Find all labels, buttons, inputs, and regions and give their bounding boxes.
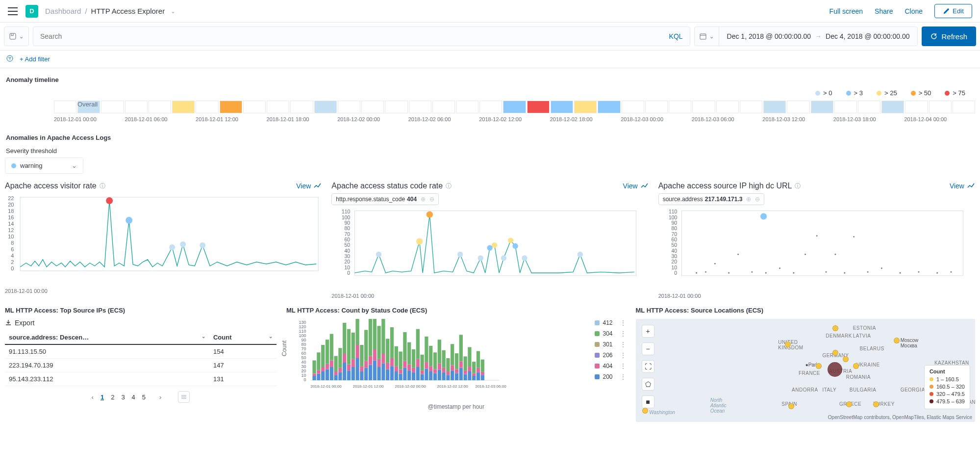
refresh-button[interactable]: Refresh	[922, 26, 976, 46]
timeline-cell[interactable]	[361, 101, 384, 113]
info-icon[interactable]: ⓘ	[795, 182, 801, 190]
map-marker[interactable]	[832, 325, 838, 331]
timeline-cell[interactable]	[172, 101, 195, 113]
timeline-cell[interactable]	[385, 101, 407, 113]
timeline-cell[interactable]	[409, 101, 431, 113]
timeline-cell[interactable]	[101, 101, 124, 113]
status-code-chart[interactable]: 110100908070605040302010 0	[331, 208, 648, 291]
next-page-button[interactable]: ›	[159, 393, 161, 401]
timeline-cell[interactable]	[196, 101, 218, 113]
timeline-cell[interactable]	[716, 101, 739, 113]
timeline-cell[interactable]	[811, 101, 833, 113]
timeline-cell[interactable]	[692, 101, 715, 113]
timeline-cell[interactable]	[220, 101, 242, 113]
zoom-in-icon[interactable]: ⊕	[421, 196, 426, 203]
clone-link[interactable]: Clone	[905, 7, 923, 15]
status-code-filter-chip[interactable]: http.response.status_code 404 ⊕ ⊖	[331, 193, 439, 205]
date-range[interactable]: Dec 1, 2018 @ 00:00:00.00 → Dec 4, 2018 …	[719, 32, 918, 40]
status-code-bar-chart[interactable]: Count 1301201101009080706050403020100 20…	[286, 319, 626, 402]
app-logo[interactable]: D	[25, 5, 38, 18]
kql-toggle[interactable]: KQL	[669, 32, 683, 40]
chevron-down-icon[interactable]: ⌄	[171, 8, 176, 15]
timeline-cell[interactable]	[881, 101, 904, 113]
date-picker[interactable]: ⌄ Dec 1, 2018 @ 00:00:00.00 → Dec 4, 201…	[694, 26, 918, 46]
map[interactable]: + − ⛶ ⬠ ■ UNITEDKINGDOM DENMARK ESTONIA …	[636, 319, 976, 422]
map-marker[interactable]	[816, 363, 822, 369]
table-row[interactable]: 91.113.15.50154	[5, 344, 276, 359]
search-box[interactable]: KQL	[33, 26, 690, 46]
prev-page-button[interactable]: ‹	[92, 393, 94, 401]
col-count[interactable]: Count⌄	[209, 331, 276, 344]
timeline-cell[interactable]	[858, 101, 880, 113]
timeline-cell[interactable]	[527, 101, 550, 113]
page-number[interactable]: 3	[121, 393, 125, 401]
legend-item[interactable]: 301⋮	[595, 341, 626, 348]
map-marker[interactable]	[843, 356, 849, 362]
legend-item[interactable]: 404⋮	[595, 362, 626, 370]
timeline-cell[interactable]	[290, 101, 313, 113]
col-source-address[interactable]: source.address: Descen…⌄	[5, 331, 209, 344]
search-input[interactable]	[40, 32, 669, 40]
share-link[interactable]: Share	[875, 7, 893, 15]
legend-item[interactable]: 206⋮	[595, 351, 626, 359]
full-screen-link[interactable]: Full screen	[829, 7, 863, 15]
view-link[interactable]: View	[296, 182, 322, 190]
breadcrumb-root[interactable]: Dashboard	[45, 7, 81, 15]
view-link[interactable]: View	[623, 182, 649, 190]
timeline-cell[interactable]	[125, 101, 148, 113]
timeline-cell[interactable]	[787, 101, 809, 113]
timeline-cell[interactable]	[54, 101, 76, 113]
map-marker[interactable]	[642, 408, 648, 414]
date-options-button[interactable]: ⌄	[695, 27, 719, 46]
view-link[interactable]: View	[950, 182, 975, 190]
add-filter-link[interactable]: + Add filter	[20, 55, 50, 63]
timeline-cell[interactable]	[834, 101, 857, 113]
visitor-rate-chart[interactable]: 2220181614121086420	[5, 193, 322, 287]
menu-toggle-icon[interactable]	[8, 7, 18, 15]
timeline-cell[interactable]	[645, 101, 668, 113]
page-number[interactable]: 1	[101, 393, 104, 401]
map-marker[interactable]	[853, 363, 859, 369]
page-number[interactable]: 5	[142, 393, 146, 401]
zoom-in-icon[interactable]: ⊕	[746, 196, 751, 203]
info-icon[interactable]: ⓘ	[446, 182, 452, 190]
draw-rect-icon[interactable]: ■	[642, 395, 654, 408]
timeline-cell[interactable]	[551, 101, 573, 113]
severity-threshold-select[interactable]: warning ⌄	[5, 157, 83, 174]
timeline-cell[interactable]	[479, 101, 502, 113]
table-row[interactable]: 95.143.233.112131	[5, 372, 276, 386]
timeline-cell[interactable]	[574, 101, 597, 113]
page-number[interactable]: 4	[132, 393, 135, 401]
zoom-in-button[interactable]: +	[642, 325, 654, 338]
timeline-cell[interactable]	[243, 101, 266, 113]
zoom-out-icon[interactable]: ⊖	[755, 196, 760, 203]
legend-item[interactable]: 412⋮	[595, 319, 626, 327]
table-row[interactable]: 223.194.70.139147	[5, 359, 276, 372]
timeline-cell[interactable]	[267, 101, 289, 113]
timeline-cell[interactable]	[740, 101, 762, 113]
legend-item[interactable]: 304⋮	[595, 330, 626, 338]
zoom-out-button[interactable]: −	[642, 342, 654, 355]
timeline-cell[interactable]	[149, 101, 171, 113]
search-options-button[interactable]: ⌄	[4, 26, 29, 46]
timeline-cell[interactable]	[763, 101, 786, 113]
timeline-cell[interactable]	[669, 101, 691, 113]
map-marker[interactable]	[846, 401, 852, 407]
legend-item[interactable]: 200⋮	[595, 373, 626, 381]
timeline-cell[interactable]	[432, 101, 455, 113]
filter-menu-icon[interactable]	[6, 54, 14, 64]
page-number[interactable]: 2	[111, 393, 114, 401]
timeline-cell[interactable]	[503, 101, 526, 113]
timeline-cell[interactable]	[953, 101, 975, 113]
info-icon[interactable]: ⓘ	[100, 182, 105, 190]
timeline-cell[interactable]	[598, 101, 620, 113]
map-marker[interactable]	[788, 403, 794, 409]
draw-polygon-icon[interactable]: ⬠	[642, 378, 654, 391]
timeline-cell[interactable]	[456, 101, 478, 113]
source-ip-chart[interactable]: 1101009080706050403020100	[658, 208, 975, 291]
timeline-cell[interactable]	[338, 101, 360, 113]
table-options-button[interactable]	[178, 391, 190, 403]
source-address-filter-chip[interactable]: source.address 217.149.171.3 ⊕ ⊖	[658, 193, 765, 205]
export-button[interactable]: Export	[5, 319, 34, 327]
zoom-out-icon[interactable]: ⊖	[429, 196, 434, 203]
